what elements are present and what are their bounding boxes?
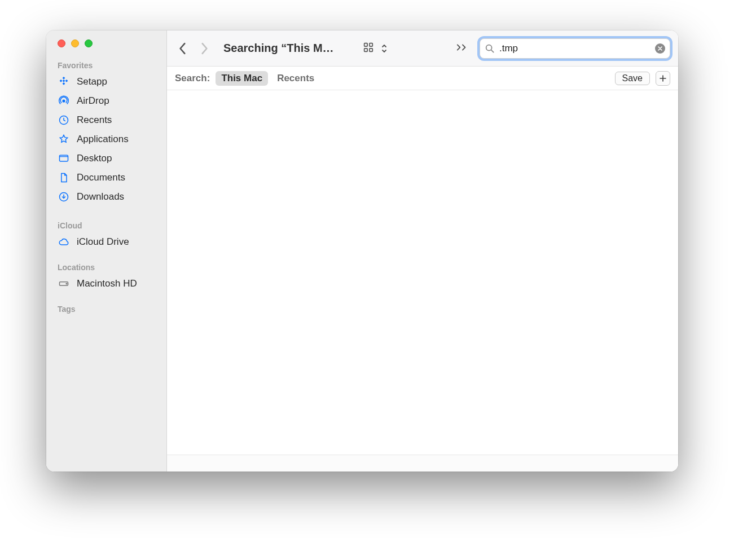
search-input[interactable] (499, 43, 650, 54)
forward-button[interactable] (196, 38, 212, 59)
sidebar-item-label: Downloads (77, 191, 124, 202)
sidebar-section-header-tags[interactable]: Tags (46, 301, 166, 316)
sidebar-item-applications[interactable]: Applications (46, 130, 166, 149)
sidebar-item-recents[interactable]: Recents (46, 111, 166, 130)
sidebar-section-header-icloud: iCloud (46, 218, 166, 232)
sidebar-item-airdrop[interactable]: AirDrop (46, 91, 166, 111)
disk-icon (58, 278, 70, 290)
svg-point-5 (63, 100, 65, 102)
window-title: Searching “This M… (223, 42, 334, 55)
cloud-icon (58, 236, 70, 248)
sidebar-item-label: Applications (77, 134, 129, 145)
more-toolbar-items-button[interactable] (454, 41, 471, 56)
minimize-window-button[interactable] (71, 39, 79, 47)
svg-rect-12 (369, 43, 372, 46)
sidebar-section-header-favorites: Favorites (46, 58, 166, 72)
sidebar-item-label: Documents (77, 172, 125, 183)
svg-point-10 (66, 283, 67, 284)
scope-recents[interactable]: Recents (274, 71, 318, 86)
svg-rect-14 (369, 48, 372, 51)
sidebar: Favorites Setapp AirDrop Recents Applica… (46, 30, 167, 472)
sidebar-item-label: Macintosh HD (77, 278, 137, 289)
scope-this-mac[interactable]: This Mac (216, 71, 268, 86)
svg-rect-2 (65, 80, 68, 82)
finder-window: Favorites Setapp AirDrop Recents Applica… (46, 30, 678, 472)
svg-rect-11 (364, 43, 367, 46)
sidebar-item-setapp[interactable]: Setapp (46, 72, 166, 91)
svg-rect-0 (63, 77, 65, 80)
results-area (167, 90, 678, 455)
back-button[interactable] (175, 38, 191, 59)
applications-icon (58, 133, 70, 146)
downloads-icon (58, 191, 70, 203)
setapp-icon (58, 76, 70, 88)
toolbar: Searching “This M… (167, 30, 678, 67)
sidebar-item-label: AirDrop (77, 95, 109, 107)
add-search-criteria-button[interactable] (656, 71, 670, 86)
sidebar-item-downloads[interactable]: Downloads (46, 187, 166, 206)
icon-grid-icon (362, 41, 375, 56)
airdrop-icon (58, 95, 70, 107)
sidebar-item-label: iCloud Drive (77, 236, 129, 248)
sidebar-item-label: Recents (77, 114, 112, 126)
sidebar-section-header-locations: Locations (46, 259, 166, 274)
search-scope-bar: Search: This Mac Recents Save (167, 67, 678, 90)
search-field[interactable] (480, 38, 670, 59)
svg-point-15 (486, 45, 492, 50)
view-options-button[interactable] (359, 39, 388, 58)
chevron-up-down-icon (378, 42, 385, 55)
svg-rect-7 (60, 155, 68, 161)
save-search-button[interactable]: Save (615, 72, 650, 85)
clock-icon (58, 114, 70, 126)
desktop-icon (58, 152, 70, 165)
svg-rect-1 (60, 80, 63, 82)
svg-rect-3 (63, 80, 65, 82)
sidebar-item-icloud-drive[interactable]: iCloud Drive (46, 232, 166, 252)
window-controls (46, 39, 166, 47)
document-icon (58, 171, 70, 184)
clear-search-button[interactable] (655, 43, 665, 54)
maximize-window-button[interactable] (85, 39, 93, 47)
close-window-button[interactable] (58, 39, 65, 47)
sidebar-item-label: Desktop (77, 153, 112, 164)
sidebar-item-documents[interactable]: Documents (46, 168, 166, 187)
sidebar-item-macintosh-hd[interactable]: Macintosh HD (46, 274, 166, 293)
svg-rect-13 (364, 48, 367, 51)
main-area: Searching “This M… (167, 30, 678, 472)
status-bar (167, 455, 678, 472)
search-icon (485, 43, 495, 54)
sidebar-item-desktop[interactable]: Desktop (46, 149, 166, 168)
svg-rect-4 (63, 82, 65, 85)
sidebar-item-label: Setapp (77, 76, 107, 87)
scope-label: Search: (175, 73, 210, 84)
